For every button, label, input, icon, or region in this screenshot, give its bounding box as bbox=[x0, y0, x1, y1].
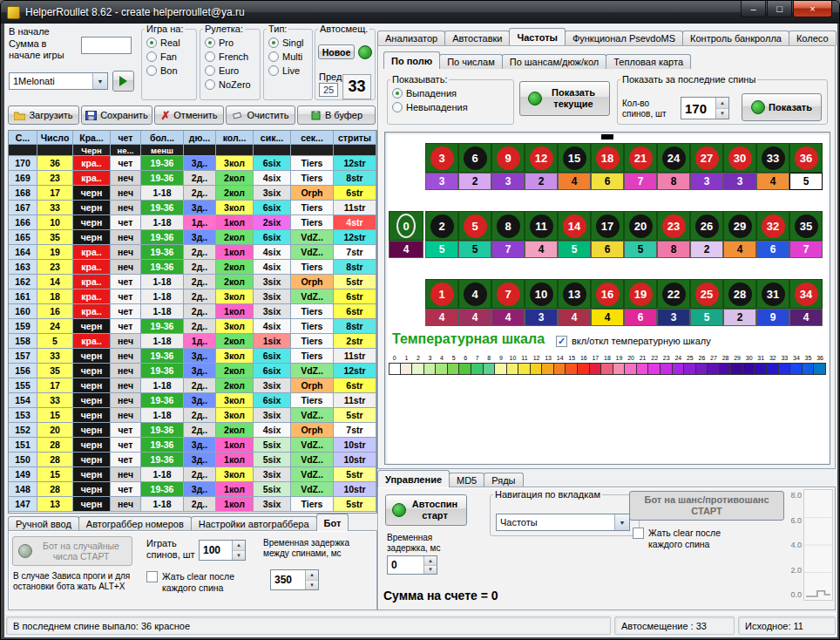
freq-count-stepper[interactable]: 170 ▲▼ bbox=[681, 97, 729, 119]
table-row[interactable]: 16923кра..неч19-362д..2кол4sixTiers8str bbox=[9, 171, 376, 186]
table-row[interactable]: 16419кра..неч19-362д..1кол4sixVdZ..7str bbox=[9, 245, 376, 260]
column-header-стриты[interactable]: стриты bbox=[334, 131, 376, 145]
play-button[interactable] bbox=[112, 71, 134, 92]
board-number-18[interactable]: 18 bbox=[591, 143, 624, 173]
column-header-число[interactable]: Число bbox=[37, 131, 73, 145]
subtab-по-шансам-дюж-кол[interactable]: По шансам/дюж/кол bbox=[502, 54, 607, 69]
stepper-down-icon[interactable]: ▼ bbox=[716, 109, 728, 119]
board-number-34[interactable]: 34 bbox=[789, 279, 823, 309]
table-row[interactable]: 15315черннеч1-182д..3кол3sixVdZ..5str bbox=[9, 408, 376, 423]
radio-singl[interactable]: Singl bbox=[268, 36, 309, 49]
board-number-3[interactable]: 3 bbox=[425, 143, 458, 173]
tab-анализатор[interactable]: Анализатор bbox=[377, 31, 445, 45]
board-number-23[interactable]: 23 bbox=[657, 211, 690, 241]
temp-scale-checkbox[interactable]: ✓ вкл/откл температурную шкалу bbox=[556, 336, 711, 347]
maximize-button[interactable]: □ bbox=[767, 1, 792, 17]
save-button[interactable]: Сохранить bbox=[81, 106, 152, 125]
board-number-15[interactable]: 15 bbox=[558, 143, 591, 173]
table-row[interactable]: 15128чернчет19-363д..1кол5sixVdZ..10str bbox=[9, 438, 376, 453]
board-number-30[interactable]: 30 bbox=[723, 143, 756, 173]
combo-dropdown-icon[interactable]: ▼ bbox=[614, 514, 629, 530]
table-row[interactable]: 16535черннеч19-363д..2кол6sixVdZ..12str bbox=[9, 230, 376, 245]
tab-ряды[interactable]: Ряды bbox=[484, 473, 523, 487]
spins-count-stepper[interactable]: 100 ▲▼ bbox=[199, 540, 246, 561]
column-header-с[interactable]: С... bbox=[9, 131, 37, 145]
table-row[interactable]: 16323кра..неч19-362д..2кол4sixTiers8str bbox=[9, 260, 376, 275]
table-row[interactable]: 14915черннеч1-182д..3кол3sixVdZ..5str bbox=[9, 467, 376, 482]
board-number-10[interactable]: 10 bbox=[525, 279, 558, 309]
stepper-down-icon[interactable]: ▼ bbox=[306, 581, 318, 590]
autoshift-new-button[interactable]: Новое bbox=[318, 44, 355, 59]
table-row[interactable]: 16118кра..чет1-182д..3кол3sixVdZ..6str bbox=[9, 289, 376, 304]
table-row[interactable]: 1585кра..неч1-181д..2кол1sixTiers2str bbox=[9, 334, 376, 349]
tab-бот[interactable]: Бот bbox=[316, 514, 349, 531]
cancel-button[interactable]: ✗ Отменить bbox=[154, 106, 224, 125]
stepper-up-icon[interactable]: ▲ bbox=[306, 570, 318, 581]
bot-clear-checkbox[interactable]: Жать clear после каждого спина bbox=[146, 571, 263, 593]
board-number-28[interactable]: 28 bbox=[723, 279, 756, 309]
column-header-кол[interactable]: кол... bbox=[216, 131, 254, 145]
clear-button[interactable]: Очистить bbox=[226, 106, 295, 125]
board-number-29[interactable]: 29 bbox=[723, 211, 756, 241]
table-row[interactable]: 15733черннеч19-363д..3кол6sixTiers11str bbox=[9, 349, 376, 364]
start-sum-input[interactable] bbox=[81, 37, 132, 54]
tab-колесо[interactable]: Колесо bbox=[789, 31, 837, 45]
table-row[interactable]: 16817черннеч1-182д..2кол3sixOrph6str bbox=[9, 186, 376, 201]
radio-выпадения[interactable]: Выпадения bbox=[392, 86, 511, 99]
board-number-24[interactable]: 24 bbox=[657, 143, 690, 173]
table-row[interactable]: 15433черннеч19-363д..3кол6sixTiers11str bbox=[9, 393, 376, 408]
close-button[interactable]: × bbox=[793, 1, 832, 17]
subtab-по-числам[interactable]: По числам bbox=[439, 54, 503, 69]
show-button[interactable]: Показать bbox=[742, 93, 822, 121]
show-current-button[interactable]: Показать текущие bbox=[519, 81, 610, 116]
board-number-16[interactable]: 16 bbox=[591, 279, 624, 309]
table-row[interactable]: 16016кра..чет1-182д..1кол3sixTiers6str bbox=[9, 304, 376, 319]
board-number-2[interactable]: 2 bbox=[425, 211, 458, 241]
stepper-down-icon[interactable]: ▼ bbox=[424, 566, 437, 575]
board-number-5[interactable]: 5 bbox=[458, 211, 491, 241]
title-bar[interactable]: HelperRoullet 8.62 - create helperroulle… bbox=[1, 1, 839, 24]
board-number-32[interactable]: 32 bbox=[756, 211, 789, 241]
chance-bot-start-button[interactable]: Бот на шанс/противошанс СТАРТ bbox=[629, 491, 784, 521]
board-number-19[interactable]: 19 bbox=[624, 279, 657, 309]
board-number-4[interactable]: 4 bbox=[458, 279, 491, 309]
table-row[interactable]: 15924чернчет19-362д..3кол4sixTiers8str bbox=[9, 319, 376, 334]
combo-dropdown-icon[interactable]: ▼ bbox=[92, 73, 107, 89]
table-row[interactable]: 17036кра..чет19-363д..3кол6sixTiers12str bbox=[9, 156, 376, 171]
column-header-сик[interactable]: сик... bbox=[254, 131, 291, 145]
radio-pro[interactable]: Pro bbox=[205, 36, 257, 49]
table-row[interactable]: 15028чернчет19-363д..1кол5sixVdZ..10str bbox=[9, 453, 376, 467]
table-row[interactable]: 15635черннеч19-363д..2кол6sixVdZ..12str bbox=[9, 364, 376, 378]
splitter-handle[interactable] bbox=[601, 134, 613, 140]
profile-combo[interactable]: 1Melonati ▼ bbox=[9, 72, 108, 90]
table-row[interactable]: 16610чернчет1-181д..1кол2sixTiers4str bbox=[9, 215, 376, 230]
tab-контроль-банкролла[interactable]: Контроль банкролла bbox=[682, 31, 789, 45]
board-number-6[interactable]: 6 bbox=[458, 143, 491, 173]
tab-md5[interactable]: MD5 bbox=[449, 473, 484, 487]
board-number-27[interactable]: 27 bbox=[690, 143, 723, 173]
board-number-7[interactable]: 7 bbox=[491, 279, 525, 309]
control-clear-checkbox[interactable]: Жать clear после каждого спина bbox=[633, 528, 755, 549]
radio-live[interactable]: Live bbox=[268, 64, 309, 77]
copy-to-buffer-button[interactable]: В буфер bbox=[297, 106, 376, 125]
tab-ручной-ввод[interactable]: Ручной ввод bbox=[8, 516, 79, 531]
column-header-сек[interactable]: сек... bbox=[291, 131, 334, 145]
board-number-8[interactable]: 8 bbox=[491, 211, 525, 241]
board-number-12[interactable]: 12 bbox=[525, 143, 558, 173]
minimize-button[interactable]: – bbox=[741, 1, 766, 17]
board-number-14[interactable]: 14 bbox=[558, 211, 591, 241]
board-number-36[interactable]: 36 bbox=[789, 143, 823, 173]
board-number-33[interactable]: 33 bbox=[756, 143, 789, 173]
tab-функционал-psevdoms[interactable]: Функционал PsevdoMS bbox=[565, 31, 683, 45]
radio-french[interactable]: French bbox=[205, 50, 257, 63]
radio-nozero[interactable]: NoZero bbox=[205, 78, 257, 91]
board-zero[interactable]: 0 bbox=[389, 211, 423, 241]
board-number-25[interactable]: 25 bbox=[690, 279, 723, 309]
board-number-20[interactable]: 20 bbox=[624, 211, 657, 241]
board-number-35[interactable]: 35 bbox=[789, 211, 823, 241]
random-bot-start-button[interactable]: Бот на случайные числа СТАРТ bbox=[12, 536, 132, 566]
board-number-26[interactable]: 26 bbox=[690, 211, 723, 241]
bot-delay-stepper[interactable]: 350 ▲▼ bbox=[270, 569, 319, 590]
board-number-1[interactable]: 1 bbox=[425, 279, 458, 309]
stepper-up-icon[interactable]: ▲ bbox=[424, 556, 437, 566]
